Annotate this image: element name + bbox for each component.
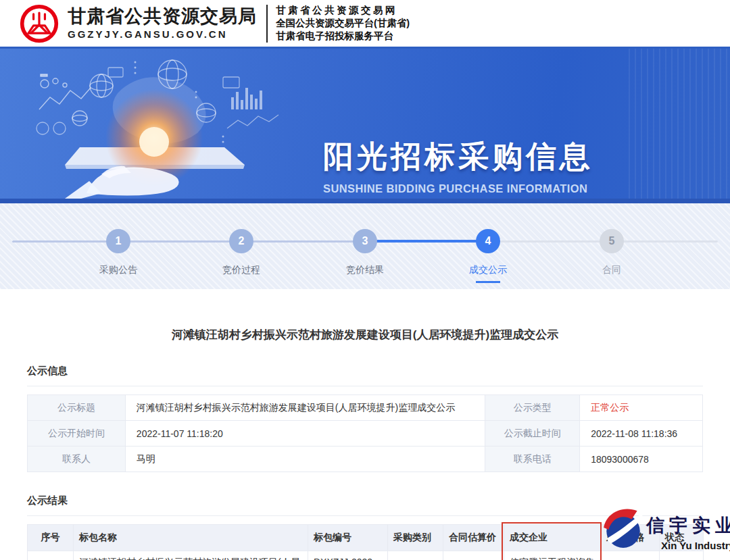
info-value-contact: 马明 xyxy=(125,447,485,472)
banner-illustration xyxy=(0,49,318,199)
step-circle-3[interactable]: 3 xyxy=(353,229,377,253)
table-row: 1 河滩镇汪胡村乡村振兴示范村旅游发展建设项目(人居环境提升)监理001 DXX… xyxy=(28,551,704,560)
col-no: 序号 xyxy=(28,525,74,551)
track-done xyxy=(12,240,365,243)
col-winner: 成交企业 xyxy=(504,525,601,551)
watermark-text: 信宇实业 Xin Yu Industry xyxy=(646,513,730,551)
step-bidding-process[interactable]: 2 竞价过程 xyxy=(201,229,282,276)
info-value-end-time: 2022-11-08 11:18:36 xyxy=(580,421,703,447)
info-table: 公示标题 河滩镇汪胡村乡村振兴示范村旅游发展建设项目(人居环境提升)监理成交公示… xyxy=(27,394,703,472)
banner: 阳光招标采购信息 SUNSHINE BIDDING PURCHASE INFOR… xyxy=(0,49,730,199)
site-header: 甘肃省公共资源交易局 GGZYJY.GANSU.GOV.CN 甘肃省公共资源交易… xyxy=(0,0,730,49)
info-value-start-time: 2022-11-07 11:18:20 xyxy=(125,421,485,447)
step-circle-1[interactable]: 1 xyxy=(106,229,130,253)
cell-estimate-price: 190000.0(元) xyxy=(443,551,504,560)
cell-no: 1 xyxy=(28,551,74,560)
subline-2: 全国公共资源交易平台(甘肃省) xyxy=(276,17,410,30)
subline-1: 甘肃省公共资源交易网 xyxy=(276,4,410,17)
step-progress-bar: 1 采购公告 2 竞价过程 3 竞价结果 4 成交公示 5 合同 xyxy=(0,203,730,289)
step-label-3[interactable]: 竞价结果 xyxy=(324,264,406,276)
header-divider xyxy=(266,5,268,43)
watermark: 信宇实业 Xin Yu Industry xyxy=(600,505,730,551)
step-label-2[interactable]: 竞价过程 xyxy=(201,264,282,276)
org-block: 甘肃省公共资源交易局 GGZYJY.GANSU.GOV.CN xyxy=(68,7,257,40)
xinyu-logo-icon xyxy=(600,505,645,550)
cell-package-name: 河滩镇汪胡村乡村振兴示范村旅游发展建设项目(人居环境提升)监理001 xyxy=(74,551,308,560)
banner-streaks xyxy=(629,49,730,199)
cell-deal-price: 150000.0(元) xyxy=(601,551,660,560)
info-value-type: 正常公示 xyxy=(580,395,703,421)
info-label-title: 公示标题 xyxy=(28,395,126,421)
active-step-underline xyxy=(476,281,500,283)
step-label-1[interactable]: 采购公告 xyxy=(78,264,159,276)
org-name: 甘肃省公共资源交易局 xyxy=(68,7,257,27)
info-section-heading: 公示信息 xyxy=(27,365,703,386)
col-category: 采购类别 xyxy=(388,525,443,551)
banner-subtitle: SUNSHINE BIDDING PURCHASE INFORMATION xyxy=(323,182,593,195)
cell-status: 已成交 xyxy=(660,551,704,560)
col-estimate-price: 合同估算价 xyxy=(443,525,504,551)
watermark-cn: 信宇实业 xyxy=(646,513,730,538)
gansu-logo-icon xyxy=(19,3,59,44)
cell-category: 服务-监理 xyxy=(388,551,443,560)
info-label-type: 公示类型 xyxy=(485,395,580,421)
step-deal-announcement[interactable]: 4 成交公示 xyxy=(447,229,529,283)
col-package-code: 标包编号 xyxy=(308,525,388,551)
cell-package-code: DXXZJJ-2022-165 xyxy=(308,551,388,560)
step-contract[interactable]: 5 合同 xyxy=(571,229,652,276)
banner-bottom-strip xyxy=(0,199,730,203)
step-circle-5[interactable]: 5 xyxy=(600,229,624,253)
col-package-name: 标包名称 xyxy=(74,525,308,551)
step-bidding-result[interactable]: 3 竞价结果 xyxy=(324,229,406,276)
step-label-5[interactable]: 合同 xyxy=(571,264,652,276)
page-title: 河滩镇汪胡村乡村振兴示范村旅游发展建设项目(人居环境提升)监理成交公示 xyxy=(27,292,703,342)
banner-text: 阳光招标采购信息 SUNSHINE BIDDING PURCHASE INFOR… xyxy=(323,136,593,195)
step-label-4[interactable]: 成交公示 xyxy=(447,264,529,276)
step-circle-4[interactable]: 4 xyxy=(476,229,500,253)
org-url: GGZYJY.GANSU.GOV.CN xyxy=(68,29,257,41)
step-circle-2[interactable]: 2 xyxy=(229,229,253,253)
header-sublines: 甘肃省公共资源交易网 全国公共资源交易平台(甘肃省) 甘肃省电子招投标服务平台 xyxy=(276,4,410,43)
table-row: 公示开始时间 2022-11-07 11:18:20 公示截止时间 2022-1… xyxy=(28,421,703,447)
info-label-phone: 联系电话 xyxy=(485,447,580,472)
info-label-contact: 联系人 xyxy=(28,447,126,472)
banner-title: 阳光招标采购信息 xyxy=(323,136,593,177)
cell-winner: 信宇腾远工程咨询集团有限公司 xyxy=(504,551,601,560)
watermark-en: Xin Yu Industry xyxy=(661,540,730,551)
info-value-phone: 18093000678 xyxy=(580,447,703,472)
info-value-title: 河滩镇汪胡村乡村振兴示范村旅游发展建设项目(人居环境提升)监理成交公示 xyxy=(125,395,485,421)
info-label-start-time: 公示开始时间 xyxy=(28,421,126,447)
step-purchase-notice[interactable]: 1 采购公告 xyxy=(78,229,159,276)
table-row: 公示标题 河滩镇汪胡村乡村振兴示范村旅游发展建设项目(人居环境提升)监理成交公示… xyxy=(28,395,703,421)
table-row: 联系人 马明 联系电话 18093000678 xyxy=(28,447,703,472)
subline-3: 甘肃省电子招投标服务平台 xyxy=(276,30,410,43)
info-label-end-time: 公示截止时间 xyxy=(485,421,580,447)
